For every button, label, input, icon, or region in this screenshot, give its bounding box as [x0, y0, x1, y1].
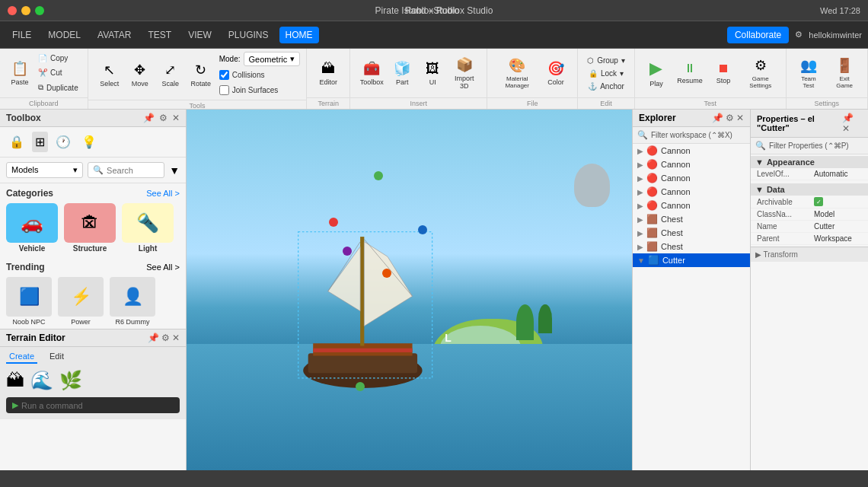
toolbox-clock-icon[interactable]: 🕐	[53, 132, 74, 152]
svg-marker-5	[364, 242, 412, 326]
terrain-pin-icon[interactable]: 📌	[148, 333, 159, 343]
props-pin-icon[interactable]: 📌	[842, 113, 854, 123]
data-section-header[interactable]: ▼ Data	[751, 183, 868, 196]
chest-icon-2: 🟫	[646, 228, 658, 238]
archivable-row: Archivable ✓	[751, 196, 868, 208]
viewport[interactable]: Pirate Island ✕	[187, 110, 632, 470]
category-light[interactable]: 🔦 Light	[122, 203, 174, 253]
arrow-icon-8: ▶	[637, 243, 643, 251]
mode-dropdown[interactable]: Geometric▾	[244, 52, 301, 66]
lock-button[interactable]: 🔒 Lock ▾	[586, 68, 627, 79]
team-test-button[interactable]: 👥 Team Test	[793, 54, 825, 92]
color-button[interactable]: 🎯Color	[541, 57, 571, 89]
material-manager-button[interactable]: 🎨Material Manager	[493, 54, 541, 92]
toolbox-button[interactable]: 🧰Toolbox	[356, 57, 387, 89]
explorer-close-icon[interactable]: ✕	[736, 113, 744, 123]
menu-file[interactable]: FILE	[6, 27, 37, 43]
terrain-section: 🏔Editor Terrain	[307, 49, 350, 109]
cut-button[interactable]: ✂️Cut	[35, 67, 81, 78]
explorer-item-cannon-2[interactable]: ▶ 🔴 Cannon	[633, 158, 750, 171]
exit-game-button[interactable]: 🚪 Exit Game	[828, 54, 861, 92]
duplicate-button[interactable]: ⧉Duplicate	[35, 81, 81, 94]
menu-view[interactable]: VIEW	[182, 27, 218, 43]
toolbox-lock-icon[interactable]: 🔒	[6, 132, 27, 152]
mode-label: Mode:	[219, 55, 241, 63]
chest-icon-1: 🟫	[646, 214, 658, 224]
move-button[interactable]: ✥Move	[125, 59, 155, 91]
part-button[interactable]: 🧊Part	[387, 57, 417, 89]
terrain-action-3[interactable]: 🌿	[59, 370, 82, 391]
group-button[interactable]: ⬡ Group ▾	[584, 55, 628, 66]
search-input[interactable]	[107, 166, 159, 175]
explorer-title: Explorer	[639, 113, 676, 123]
models-dropdown[interactable]: Models▾	[6, 162, 83, 178]
explorer-pin-icon[interactable]: 📌	[712, 113, 723, 123]
settings-icon[interactable]: ⚙	[795, 30, 803, 40]
traffic-lights[interactable]	[8, 6, 44, 15]
select-button[interactable]: ↖Select	[94, 59, 125, 91]
terrain-settings-icon[interactable]: ⚙	[161, 333, 170, 343]
edit-section: ⬡ Group ▾ 🔒 Lock ▾ ⚓ Anchor Edit	[578, 49, 635, 109]
classname-row: ClassNa... Model	[751, 208, 868, 221]
minimize-button[interactable]	[21, 6, 30, 15]
toolbox-pin-icon[interactable]: 📌	[143, 113, 155, 123]
toolbox-grid-icon[interactable]: ⊞	[32, 132, 48, 152]
terrain-close-icon[interactable]: ✕	[172, 333, 180, 343]
terrain-action-2[interactable]: 🌊	[30, 370, 53, 391]
play-button[interactable]: ▶ Play	[641, 56, 672, 91]
categories-see-all[interactable]: See All >	[146, 189, 180, 198]
rotate-button[interactable]: ↻Rotate	[186, 59, 216, 91]
trend-r6-dummy[interactable]: 👤 R6 Dummy	[110, 277, 155, 326]
trending-see-all[interactable]: See All >	[146, 263, 180, 272]
explorer-item-chest-2[interactable]: ▶ 🟫 Chest	[633, 226, 750, 240]
toolbox-settings-icon[interactable]: ⚙	[159, 113, 168, 123]
explorer-settings-icon[interactable]: ⚙	[726, 113, 734, 123]
explorer-item-cannon-5[interactable]: ▶ 🔴 Cannon	[633, 199, 750, 212]
resume-button[interactable]: ⏸ Resume	[675, 59, 705, 88]
filter-icon[interactable]: ▼	[169, 164, 180, 177]
cursor-indicator: L	[445, 332, 452, 344]
command-text-input[interactable]	[21, 401, 174, 410]
cmd-prompt-icon: ▶	[12, 400, 18, 410]
menu-model[interactable]: MODEL	[42, 27, 87, 43]
terrain-editor-button[interactable]: 🏔Editor	[313, 58, 343, 89]
maximize-button[interactable]	[35, 6, 44, 15]
explorer-item-cannon-1[interactable]: ▶ 🔴 Cannon	[633, 144, 750, 158]
tab-edit[interactable]: Edit	[46, 350, 67, 364]
menu-plugins[interactable]: PLUGINS	[222, 27, 275, 43]
toolbox-bulb-icon[interactable]: 💡	[78, 132, 100, 152]
menu-test[interactable]: TEST	[142, 27, 177, 43]
collaborate-button[interactable]: Collaborate	[727, 27, 789, 43]
tab-create[interactable]: Create	[6, 350, 37, 364]
import3d-button[interactable]: 📦Import 3D	[448, 53, 480, 93]
explorer-item-cutter[interactable]: ▼ 🟦 Cutter	[633, 253, 750, 267]
category-structure[interactable]: 🏚 Structure	[64, 203, 116, 253]
appearance-section-header[interactable]: ▼ Appearance	[751, 156, 868, 168]
props-title: Properties – el "Cutter"	[757, 114, 842, 132]
trend-power[interactable]: ⚡ Power	[58, 277, 104, 326]
paste-button[interactable]: 📋 Paste	[6, 57, 34, 89]
search-box: 🔍	[88, 162, 164, 178]
explorer-item-chest-3[interactable]: ▶ 🟫 Chest	[633, 240, 750, 253]
terrain-tabs: Create Edit	[0, 347, 186, 367]
scale-button[interactable]: ⤢Scale	[155, 59, 186, 91]
archivable-check[interactable]: ✓	[814, 197, 823, 206]
terrain-action-1[interactable]: 🏔	[6, 370, 24, 391]
tab-home[interactable]: HOME	[279, 27, 319, 43]
trend-noob-npc[interactable]: 🟦 Noob NPC	[6, 277, 52, 326]
join-surfaces-checkbox[interactable]: Join Surfaces	[219, 85, 301, 95]
stop-button[interactable]: ⏹ Stop	[708, 59, 739, 88]
anchor-button[interactable]: ⚓ Anchor	[585, 81, 627, 92]
explorer-item-cannon-4[interactable]: ▶ 🔴 Cannon	[633, 185, 750, 199]
toolbox-close-icon[interactable]: ✕	[172, 113, 180, 123]
explorer-item-cannon-3[interactable]: ▶ 🔴 Cannon	[633, 171, 750, 185]
collisions-checkbox[interactable]: Collisions	[219, 70, 301, 80]
category-vehicle[interactable]: 🚗 Vehicle	[6, 203, 58, 253]
game-settings-button[interactable]: ⚙ Game Settings	[742, 54, 780, 92]
props-close-icon[interactable]: ✕	[842, 123, 850, 134]
close-button[interactable]	[8, 6, 17, 15]
menu-avatar[interactable]: AVATAR	[91, 27, 137, 43]
copy-button[interactable]: 📄Copy	[35, 53, 81, 64]
ui-button[interactable]: 🖼UI	[417, 58, 448, 89]
explorer-item-chest-1[interactable]: ▶ 🟫 Chest	[633, 212, 750, 226]
